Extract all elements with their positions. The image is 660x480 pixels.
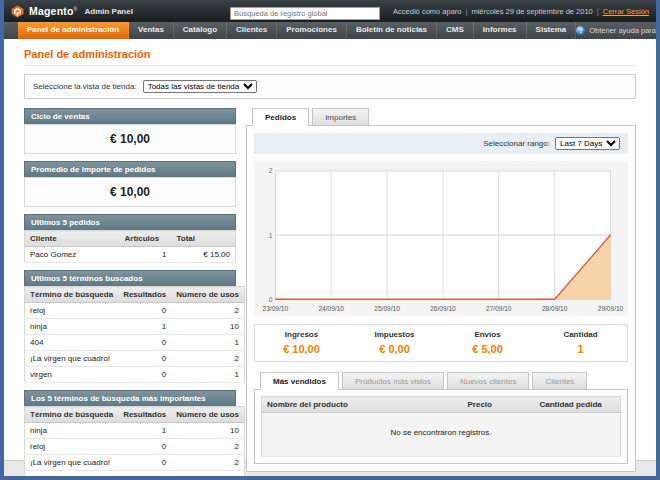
average-orders-widget: Promedio de importe de pedidos € 10,00: [24, 161, 236, 207]
table-row: ninja110: [25, 423, 245, 439]
column-header-termino-de-busqueda: Término de búsqueda: [25, 407, 119, 423]
column-header-numero-de-usos: Número de usos: [171, 407, 244, 423]
tab-mas-vendidos[interactable]: Más vendidos: [260, 372, 339, 390]
user-info: Accedió como aparo | miércoles 29 de sep…: [393, 7, 649, 16]
tab-clientes[interactable]: Clientes: [532, 372, 587, 389]
table-cell: € 15.00: [172, 247, 236, 263]
table-cell: 1: [171, 367, 244, 383]
empty-row: No se encontraron registros.: [262, 413, 621, 457]
no-records-message: No se encontraron registros.: [262, 413, 621, 457]
last-search-terms-widget: Ultimos 5 términos buscados Término de b…: [24, 270, 236, 383]
help-link[interactable]: ? Obtener ayuda para esta página: [576, 22, 660, 39]
current-date: miércoles 29 de septiembre de 2010: [471, 7, 592, 16]
nav-item-cms[interactable]: CMS: [437, 22, 474, 39]
x-tick-label: 29/09/10: [598, 305, 624, 312]
tab-pedidos[interactable]: Pedidos: [252, 108, 309, 126]
widget-title: Promedio de importe de pedidos: [24, 161, 236, 177]
logged-in-text: Accedió como aparo: [393, 7, 461, 16]
logout-link[interactable]: Cerrar Sesión: [603, 7, 649, 16]
store-view-select[interactable]: Todas las vistas de tienda: [143, 80, 257, 93]
magento-logo-icon: [11, 5, 24, 18]
table-cell: Paco Gomez: [25, 247, 120, 263]
y-tick-label: 1: [269, 231, 273, 238]
table-cell: 0: [118, 471, 171, 480]
table-cell: 0: [118, 439, 171, 455]
table-cell: 0: [118, 351, 171, 367]
x-tick-label: 23/09/10: [263, 305, 289, 312]
column-header-resultados: Resultados: [118, 407, 171, 423]
table-cell: 10: [171, 423, 244, 439]
table-cell: virgen: [25, 367, 119, 383]
help-label: Obtener ayuda para esta página: [589, 26, 660, 35]
global-search-input[interactable]: [230, 7, 380, 20]
app-subtitle: Admin Panel: [84, 7, 132, 16]
total-value: € 5,00: [472, 343, 503, 355]
tab-nuevos-clientes[interactable]: Nuevos clientes: [447, 372, 529, 389]
table-row: 40401: [25, 471, 245, 480]
main-nav: Panel de administraciónVentasCatálogoCli…: [18, 22, 576, 39]
totals-bar: Ingresos€ 10,00Impuestos€ 0,00Envíos€ 5,…: [254, 324, 628, 362]
table-row: reloj02: [25, 303, 245, 319]
nav-item-panel-de-administracion[interactable]: Panel de administración: [18, 22, 129, 39]
nav-item-catalogo[interactable]: Catálogo: [174, 22, 227, 39]
x-tick-label: 27/09/10: [486, 305, 512, 312]
tab-importes[interactable]: Importes: [312, 108, 369, 125]
table-row: ninja110: [25, 319, 245, 335]
table-cell: 2: [171, 303, 244, 319]
table-cell: ¡La virgen que cuadro!: [25, 455, 119, 471]
total-impuestos: Impuestos€ 0,00: [348, 330, 441, 357]
last-orders-widget: Ultimos 5 pedidos ClienteArtículosTotalP…: [24, 214, 236, 263]
table-row: 40401: [25, 335, 245, 351]
table-row: virgen01: [25, 367, 245, 383]
dashboard-left-column: Ciclo de ventas € 10,00 Promedio de impo…: [24, 108, 236, 480]
table-cell: reloj: [25, 439, 119, 455]
lifetime-sales-widget: Ciclo de ventas € 10,00: [24, 108, 236, 154]
column-header-precio: Precio: [463, 397, 535, 413]
nav-item-clientes[interactable]: Clientes: [227, 22, 277, 39]
table-cell: 1: [118, 319, 171, 335]
table-cell: 1: [171, 471, 244, 480]
table-row: ¡La virgen que cuadro!02: [25, 455, 245, 471]
widget-title: Los 5 términos de búsqueda más important…: [24, 390, 236, 406]
column-header-articulos: Artículos: [120, 231, 172, 247]
range-label: Seleccionar rango:: [483, 139, 550, 148]
top-header-bar: Magento® Admin Panel Accedió como aparo …: [4, 0, 656, 22]
nav-item-sistema[interactable]: Sistema: [527, 22, 577, 39]
table-cell: reloj: [25, 303, 119, 319]
table-row: Paco Gomez1€ 15.00: [25, 247, 236, 263]
x-tick-label: 28/09/10: [542, 305, 568, 312]
main-navbar: Panel de administraciónVentasCatálogoCli…: [4, 22, 656, 39]
table-cell: 2: [171, 351, 244, 367]
table-cell: 0: [118, 367, 171, 383]
table-cell: 404: [25, 335, 119, 351]
lifetime-sales-value: € 10,00: [24, 124, 236, 154]
nav-item-ventas[interactable]: Ventas: [129, 22, 174, 39]
average-orders-value: € 10,00: [24, 177, 236, 207]
table-cell: 0: [118, 335, 171, 351]
column-header-numero-de-usos: Número de usos: [171, 287, 244, 303]
nav-item-promociones[interactable]: Promociones: [277, 22, 347, 39]
total-value: € 10,00: [283, 343, 320, 355]
column-header-cliente: Cliente: [25, 231, 120, 247]
y-tick-label: 2: [269, 167, 273, 174]
column-header-termino-de-busqueda: Término de búsqueda: [25, 287, 119, 303]
orders-chart: 01223/09/1024/09/1025/09/1026/09/1027/09…: [258, 165, 624, 315]
store-view-switcher: Seleccione la vista de tienda: Todas las…: [24, 74, 636, 99]
column-header-cantidad-pedida: Cantidad pedida: [535, 397, 621, 413]
nav-item-informes[interactable]: Informes: [474, 22, 527, 39]
products-table: Nombre del productoPrecioCantidad pedida…: [261, 396, 621, 457]
nav-item-boletin-de-noticias[interactable]: Boletín de noticias: [347, 22, 437, 39]
table-cell: 0: [118, 455, 171, 471]
x-tick-label: 26/09/10: [430, 305, 456, 312]
total-label: Ingresos: [255, 330, 348, 339]
table-cell: 10: [171, 319, 244, 335]
top-search-terms-table: Término de búsquedaResultadosNúmero de u…: [24, 406, 245, 480]
table-row: reloj02: [25, 439, 245, 455]
total-value: 1: [577, 343, 583, 355]
range-select[interactable]: Last 7 Days: [555, 137, 620, 150]
widget-title: Ultimos 5 pedidos: [24, 214, 236, 230]
table-cell: 404: [25, 471, 119, 480]
tab-productos-mas-vistos[interactable]: Productos más vistos: [342, 372, 444, 389]
table-cell: 1: [120, 247, 172, 263]
diagram-tabs: PedidosImportes: [246, 108, 636, 125]
